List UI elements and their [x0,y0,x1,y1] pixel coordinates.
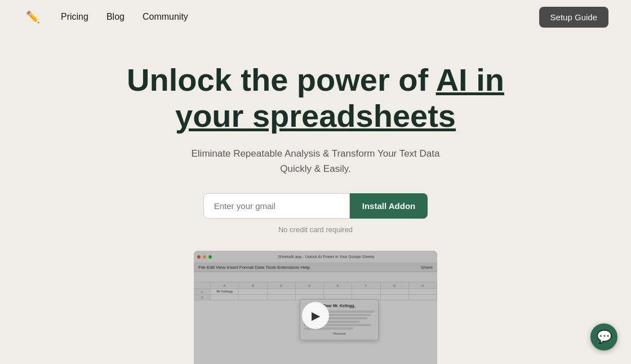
logo-icon[interactable]: ✏️ [23,7,43,27]
no-credit-label: No credit card required [11,225,620,234]
video-wrapper: SheetsAI.app - Unlock AI Power in Your G… [11,251,620,364]
hero-title-text1: Unlock the power of [127,62,436,97]
video-player[interactable]: SheetsAI.app - Unlock AI Power in Your G… [194,251,437,364]
email-input[interactable] [203,193,350,219]
nav-link-community[interactable]: Community [143,12,188,22]
navigation: ✏️ Pricing Blog Community Setup Guide [0,0,631,34]
play-button[interactable]: ▶ [302,302,329,329]
hero-section: Unlock the power of AI in your spreadshe… [0,34,631,364]
setup-guide-button[interactable]: Setup Guide [539,7,608,28]
chat-bubble[interactable]: 💬 [590,323,617,350]
chat-icon: 💬 [597,330,612,344]
nav-left: ✏️ Pricing Blog Community [23,7,188,27]
hero-title: Unlock the power of AI in your spreadshe… [118,62,513,135]
video-mockup: SheetsAI.app - Unlock AI Power in Your G… [194,251,437,364]
nav-link-blog[interactable]: Blog [106,12,125,22]
cta-row: Install Addon [11,193,620,219]
install-addon-button[interactable]: Install Addon [350,193,428,219]
hero-subtitle: Eliminate Repeatable Analysis & Transfor… [189,146,442,176]
play-overlay[interactable]: ▶ [194,251,437,364]
nav-link-pricing[interactable]: Pricing [61,12,88,22]
